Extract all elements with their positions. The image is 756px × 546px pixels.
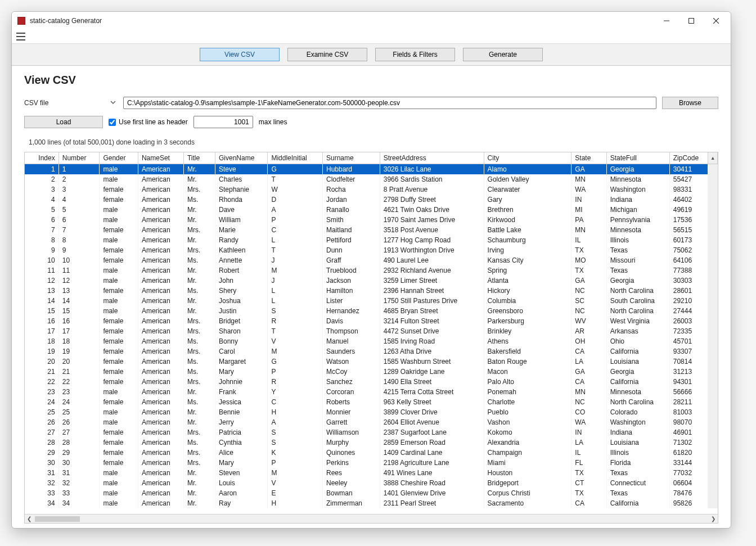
table-row[interactable]: 99femaleAmericanMrs.KathleenTDunn1913 Wo… [25,245,718,255]
scroll-up-arrow[interactable]: ▲ [708,152,718,164]
scroll-gutter [708,205,718,215]
minimize-icon [664,18,669,24]
column-header-surname[interactable]: Surname [323,152,380,164]
table-row[interactable]: 66maleAmericanMr.WilliamPSmith1970 Saint… [25,215,718,225]
table-row[interactable]: 2121femaleAmericanMs.MaryPMcCoy1289 Oakr… [25,367,718,377]
column-header-gender[interactable]: Gender [100,152,138,164]
table-row[interactable]: 1818femaleAmericanMs.BonnyVManuel1585 Ir… [25,336,718,346]
cell: Atlanta [484,276,572,286]
expand-toggle[interactable] [109,99,118,107]
column-header-streetaddress[interactable]: StreetAddress [380,152,484,164]
cell: 78476 [669,488,708,498]
table-row[interactable]: 1313femaleAmericanMs.SheryLHamilton2396 … [25,286,718,296]
table-row[interactable]: 11maleAmericanMr.SteveGHubbard3026 Lilac… [25,164,718,174]
cell: Mrs. [183,377,215,387]
table-row[interactable]: 2020femaleAmericanMs.MargaretGWatson1585… [25,357,718,367]
column-header-middleinitial[interactable]: MiddleInitial [268,152,323,164]
scroll-thumb[interactable] [35,516,80,522]
scroll-right-arrow[interactable]: ❯ [709,516,718,522]
table-row[interactable]: 1717femaleAmericanMrs.SharonTThompson447… [25,326,718,336]
cell: 1263 Atha Drive [380,346,484,357]
table-row[interactable]: 33femaleAmericanMrs.StephanieWRocha8 Pra… [25,184,718,195]
table-row[interactable]: 2626maleAmericanMr.JerryAGarrett2604 Ell… [25,417,718,427]
horizontal-scrollbar[interactable]: ❮ ❯ [25,514,718,523]
column-header-number[interactable]: Number [58,152,100,164]
cell: Minnesota [606,387,669,397]
table-row[interactable]: 3333maleAmericanMr.AaronEBowman1401 Glen… [25,488,718,498]
cell: 1970 Saint James Drive [380,215,484,225]
csv-table[interactable]: IndexNumberGenderNameSetTitleGivenNameMi… [25,152,718,508]
column-header-statefull[interactable]: StateFull [606,152,669,164]
cell: 49619 [669,205,708,215]
max-lines-input[interactable] [194,116,253,128]
browse-button[interactable]: Browse [662,97,718,109]
cell: WV [572,316,606,326]
table-row[interactable]: 1616femaleAmericanMrs.BridgetRDavis3214 … [25,316,718,326]
scroll-gutter [708,367,718,377]
cell: 12 [58,276,100,286]
cell: Indiana [606,195,669,205]
table-row[interactable]: 77femaleAmericanMrs.MarieCMaitland3518 P… [25,225,718,235]
cell: Hernandez [323,306,380,316]
load-button[interactable]: Load [24,116,103,128]
use-first-line-input[interactable] [109,119,116,126]
table-row[interactable]: 88maleAmericanMr.RandyLPettiford1277 Hog… [25,235,718,245]
table-row[interactable]: 55maleAmericanMr.DaveARanallo4621 Twin O… [25,205,718,215]
table-row[interactable]: 1111maleAmericanMr.RobertMTrueblood2932 … [25,265,718,276]
table-row[interactable]: 1212maleAmericanMr.JohnJJackson3259 Lime… [25,276,718,286]
scroll-left-arrow[interactable]: ❮ [25,516,34,522]
cell: 4215 Terra Cotta Street [380,387,484,397]
table-row[interactable]: 2424femaleAmericanMs.JessicaCRoberts963 … [25,397,718,407]
cell: Missouri [606,255,669,265]
cell: Bridgeport [484,478,572,488]
cell: male [100,296,138,306]
tab-fields-filters[interactable]: Fields & Filters [375,48,455,61]
table-row[interactable]: 1414maleAmericanMr.JoshuaLLister1750 Sti… [25,296,718,306]
cell: Pennsylvania [606,215,669,225]
use-first-line-checkbox[interactable]: Use first line as header [109,118,188,126]
column-header-zipcode[interactable]: ZipCode [669,152,708,164]
table-row[interactable]: 2828femaleAmericanMs.CynthiaSMurphy2859 … [25,437,718,448]
table-row[interactable]: 2222femaleAmericanMrs.JohnnieRSanchez149… [25,377,718,387]
table-row[interactable]: 2727femaleAmericanMrs.PatriciaSWilliamso… [25,427,718,437]
table-row[interactable]: 3232maleAmericanMr.LouisVNeeley3888 Ches… [25,478,718,488]
cell: Mr. [183,164,215,174]
close-button[interactable] [704,12,728,29]
column-header-title[interactable]: Title [183,152,215,164]
csv-file-input[interactable] [123,97,656,109]
table-row[interactable]: 3434maleAmericanMr.RayHZimmerman2311 Pea… [25,498,718,508]
cell: 20 [58,357,100,367]
column-header-givenname[interactable]: GivenName [215,152,267,164]
column-header-state[interactable]: State [572,152,606,164]
tab-examine-csv[interactable]: Examine CSV [287,48,367,61]
cell: American [138,215,183,225]
column-header-index[interactable]: Index [25,152,58,164]
cell: LA [572,357,606,367]
table-row[interactable]: 44femaleAmericanMs.RhondaDJordan2798 Duf… [25,195,718,205]
table-row[interactable]: 3030femaleAmericanMrs.MaryPPerkins2198 A… [25,458,718,468]
cell: Charlotte [484,397,572,407]
cell: Louisiana [606,357,669,367]
menu-button[interactable] [16,33,25,40]
minimize-button[interactable] [654,12,679,29]
maximize-button[interactable] [679,12,704,29]
tab-view-csv[interactable]: View CSV [200,48,280,61]
cell: Thompson [323,326,380,336]
table-row[interactable]: 1010femaleAmericanMs.AnnetteJGraff490 La… [25,255,718,265]
table-row[interactable]: 2323maleAmericanMr.FrankYCorcoran4215 Te… [25,387,718,397]
table-row[interactable]: 1515maleAmericanMr.JustinSHernandez4685 … [25,306,718,316]
table-row[interactable]: 2525maleAmericanMr.BennieHMonnier3899 Cl… [25,407,718,417]
table-row[interactable]: 2929femaleAmericanMrs.AliceKQuinones1409… [25,448,718,458]
table-row[interactable]: 22maleAmericanMr.CharlesTClodfelter3966 … [25,174,718,184]
cell: Smith [323,215,380,225]
table-row[interactable]: 1919femaleAmericanMrs.CarolMSaunders1263… [25,346,718,357]
cell: 30 [25,458,58,468]
scroll-gutter [708,346,718,357]
column-header-nameset[interactable]: NameSet [138,152,183,164]
cell: Texas [606,265,669,276]
tab-generate[interactable]: Generate [463,48,543,61]
cell: 32 [25,478,58,488]
cell: 32 [58,478,100,488]
column-header-city[interactable]: City [484,152,572,164]
table-row[interactable]: 3131maleAmericanMr.StevenMRees491 Wines … [25,468,718,478]
